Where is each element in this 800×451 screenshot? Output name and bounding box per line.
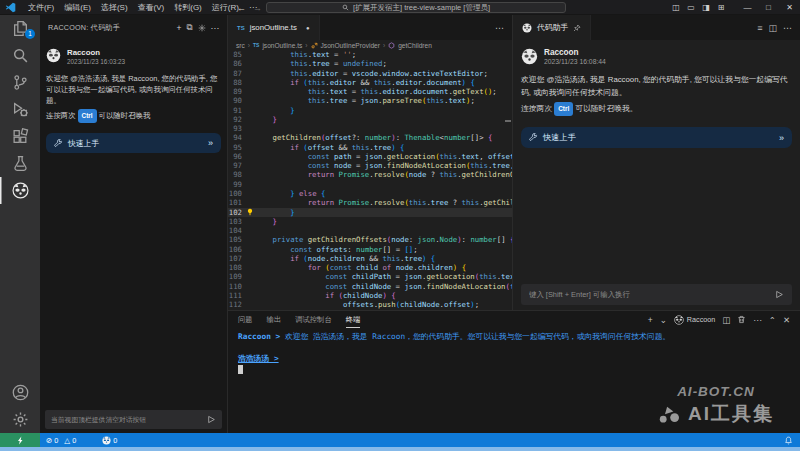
quickstart-button[interactable]: 快速上手 » bbox=[521, 127, 792, 148]
lightbulb-icon[interactable] bbox=[246, 208, 255, 217]
trash-icon[interactable] bbox=[737, 315, 746, 324]
sidebar-raccoon: RACCOON: 代码助手 +⧉⋯ Raccoon 2023/11/23 16:… bbox=[40, 15, 228, 433]
panel-tab-终端[interactable]: 终端 bbox=[346, 311, 361, 328]
code-line-93[interactable]: 93 bbox=[228, 124, 512, 133]
code-editor[interactable]: 85 this.text = '';86 this.tree = undefin… bbox=[228, 50, 512, 310]
minimize-icon[interactable]: — bbox=[737, 3, 758, 12]
send-icon[interactable] bbox=[207, 415, 216, 424]
code-line-104[interactable]: 104 bbox=[228, 226, 512, 235]
code-line-108[interactable]: 108 for (const child of node.children) { bbox=[228, 263, 512, 272]
send-icon[interactable] bbox=[775, 290, 784, 299]
more-icon[interactable]: ⋯ bbox=[495, 23, 504, 33]
remote-indicator[interactable] bbox=[0, 433, 40, 447]
code-line-106[interactable]: 106 const offsets: number[] = []; bbox=[228, 245, 512, 254]
gutter-margin bbox=[246, 59, 255, 68]
code-line-90[interactable]: 90 this.tree = json.parseTree(this.text)… bbox=[228, 96, 512, 105]
problems-status[interactable]: ⊘ 0 △ 0 bbox=[40, 436, 82, 445]
chevron-down-icon[interactable]: ⌄ bbox=[660, 315, 667, 325]
code-line-103[interactable]: 103 } bbox=[228, 217, 512, 226]
code-line-95[interactable]: 95 if (offset && this.tree) { bbox=[228, 143, 512, 152]
more-icon[interactable]: ⋯ bbox=[783, 23, 792, 33]
code-line-89[interactable]: 89 this.text = this.editor.document.getT… bbox=[228, 87, 512, 96]
menu-item-2[interactable]: 选择(S) bbox=[96, 0, 133, 15]
more-icon[interactable]: ⋯ bbox=[753, 315, 762, 325]
line-number: 110 bbox=[228, 282, 246, 291]
code-line-109[interactable]: 109 const childPath = json.getLocation(t… bbox=[228, 272, 512, 281]
assistant-chat-input[interactable] bbox=[529, 290, 770, 299]
quickstart-button[interactable]: 快速上手 » bbox=[46, 133, 221, 153]
code-line-96[interactable]: 96 const path = json.getLocation(this.te… bbox=[228, 152, 512, 161]
assistant-chat-inputbox[interactable] bbox=[521, 284, 792, 305]
code-line-97[interactable]: 97 const node = json.findNodeAtLocation(… bbox=[228, 161, 512, 170]
breadcrumb-item[interactable]: src bbox=[236, 42, 245, 49]
activity-search-icon[interactable] bbox=[0, 42, 40, 69]
menu-item-0[interactable]: 文件(F) bbox=[23, 0, 59, 15]
more-icon[interactable]: ⋯ bbox=[211, 23, 220, 33]
status-bar: ⊘ 0 △ 0 0 bbox=[0, 433, 800, 447]
notifications-bell[interactable] bbox=[784, 436, 800, 445]
menu-item-1[interactable]: 编辑(E) bbox=[59, 0, 96, 15]
split-icon[interactable]: ◫ bbox=[768, 23, 777, 33]
activity-account-icon[interactable] bbox=[0, 379, 40, 406]
code-line-101[interactable]: 101 return Promise.resolve(this.tree ? t… bbox=[228, 198, 512, 207]
code-line-102[interactable]: 102 } bbox=[228, 208, 512, 217]
sidebar-chat-input[interactable] bbox=[51, 416, 203, 423]
panel-tab-输出[interactable]: 输出 bbox=[267, 311, 282, 328]
breadcrumb-item[interactable]: jsonOutline.ts bbox=[262, 42, 302, 49]
code-line-99[interactable]: 99 bbox=[228, 180, 512, 189]
code-line-92[interactable]: 92 } bbox=[228, 115, 512, 124]
menu-item-4[interactable]: 转到(G) bbox=[169, 0, 207, 15]
code-line-91[interactable]: 91 } bbox=[228, 106, 512, 115]
activity-raccoon-icon[interactable] bbox=[0, 177, 40, 204]
code-line-111[interactable]: 111 if (childNode) { bbox=[228, 291, 512, 300]
menu-item-3[interactable]: 查看(V) bbox=[133, 0, 170, 15]
layout-icon[interactable]: ⊞ bbox=[715, 3, 727, 12]
sidebar-chat-inputbox[interactable] bbox=[45, 410, 222, 429]
toggle-panel-icon[interactable]: ▭ bbox=[685, 3, 697, 12]
line-number: 93 bbox=[228, 124, 246, 133]
export-icon[interactable]: ⧉ bbox=[186, 22, 192, 33]
gutter-margin bbox=[246, 161, 255, 170]
menu-icon[interactable]: ≡ bbox=[757, 23, 762, 33]
tab-assistant[interactable]: 代码助手 bbox=[513, 15, 591, 40]
raccoon-status[interactable]: 0 bbox=[96, 436, 123, 445]
breadcrumb-item[interactable]: JsonOutlineProvider bbox=[321, 42, 380, 49]
activity-run-debug-icon[interactable] bbox=[0, 96, 40, 123]
code-line-86[interactable]: 86 this.tree = undefined; bbox=[228, 59, 512, 68]
forward-icon[interactable]: → bbox=[253, 3, 262, 13]
code-line-110[interactable]: 110 const childNode = json.findNodeAtLoc… bbox=[228, 282, 512, 291]
code-line-85[interactable]: 85 this.text = ''; bbox=[228, 50, 512, 59]
tab-jsonoutline[interactable]: TS jsonOutline.ts ● bbox=[228, 15, 320, 40]
settings-small-icon[interactable] bbox=[198, 24, 206, 32]
activity-testing-icon[interactable] bbox=[0, 150, 40, 177]
panel-tab-问题[interactable]: 问题 bbox=[238, 311, 253, 328]
activity-source-control-icon[interactable] bbox=[0, 69, 40, 96]
plus-icon[interactable]: + bbox=[648, 315, 653, 325]
code-line-98[interactable]: 98 return Promise.resolve(node ? this.ge… bbox=[228, 170, 512, 179]
code-line-100[interactable]: 100 } else { bbox=[228, 189, 512, 198]
pin-icon[interactable] bbox=[573, 24, 581, 32]
terminal-selector[interactable]: Raccoon bbox=[674, 315, 715, 325]
command-center-search[interactable]: [扩展开发宿主] tree-view-sample [管理员] bbox=[266, 2, 566, 13]
code-line-112[interactable]: 112 offsets.push(childNode.offset); bbox=[228, 300, 512, 309]
activity-settings-icon[interactable] bbox=[0, 406, 40, 433]
code-line-88[interactable]: 88 if (this.editor && this.editor.docume… bbox=[228, 78, 512, 87]
maximize-icon[interactable]: □ bbox=[758, 3, 779, 12]
code-line-105[interactable]: 105 private getChildrenOffsets(node: jso… bbox=[228, 235, 512, 244]
toggle-sidebar-icon[interactable]: ◫ bbox=[670, 3, 682, 12]
breadcrumb[interactable]: src›TSjsonOutline.ts›JsonOutlineProvider… bbox=[228, 40, 512, 50]
activity-explorer-icon[interactable]: 1 bbox=[0, 15, 40, 42]
panel-tab-调试控制台[interactable]: 调试控制台 bbox=[295, 311, 331, 328]
activity-extensions-icon[interactable] bbox=[0, 123, 40, 150]
toggle-secondary-icon[interactable]: ◨ bbox=[700, 3, 712, 12]
chevron-up-icon[interactable]: ⌃ bbox=[769, 315, 776, 325]
close-icon[interactable]: ✕ bbox=[779, 3, 800, 12]
split-icon[interactable]: ◫ bbox=[722, 315, 730, 325]
code-line-107[interactable]: 107 if (node.children && this.tree) { bbox=[228, 254, 512, 263]
code-line-94[interactable]: 94 getChildren(offset?: number): Thenabl… bbox=[228, 133, 512, 142]
breadcrumb-item[interactable]: getChildren bbox=[398, 42, 432, 49]
close-x-icon[interactable]: ✕ bbox=[783, 315, 790, 325]
code-line-87[interactable]: 87 this.editor = vscode.window.activeTex… bbox=[228, 69, 512, 78]
new-chat-icon[interactable]: + bbox=[176, 23, 181, 33]
back-icon[interactable]: ← bbox=[237, 3, 246, 13]
